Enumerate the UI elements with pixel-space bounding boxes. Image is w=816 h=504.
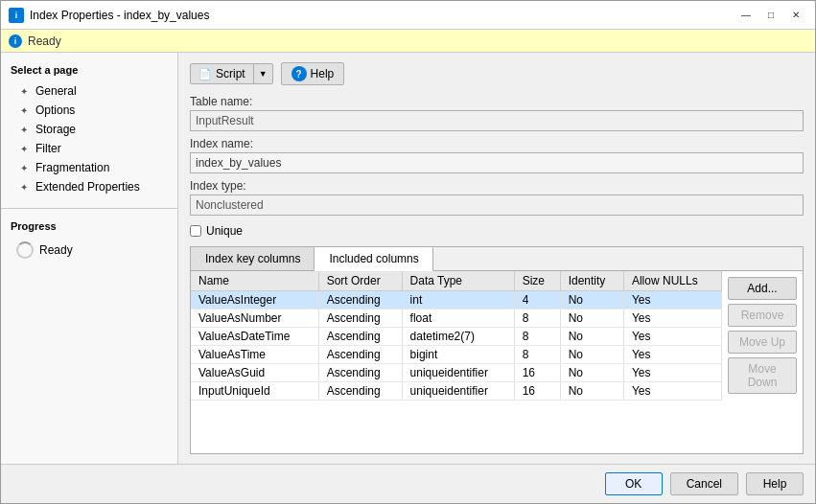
sidebar-item-storage-label: Storage [35,123,76,136]
sidebar-item-options-label: Options [35,103,75,117]
table-cell-3: 8 [514,328,560,346]
main-window: i Index Properties - index_by_values — □… [0,0,816,504]
extended-properties-icon: ✦ [20,182,32,193]
table-cell-5: Yes [623,382,721,401]
tab-included-columns[interactable]: Included columns [315,247,432,271]
index-type-label: Index type: [190,179,804,193]
sidebar-header: Select a page [1,60,177,81]
sidebar-item-options[interactable]: ✦ Options [1,101,177,120]
col-header-nulls: Allow NULLs [623,271,721,291]
table-wrapper: Name Sort Order Data Type Size Identity … [191,271,722,453]
table-cell-1: Ascending [318,382,402,401]
sidebar-item-storage[interactable]: ✦ Storage [1,120,177,139]
table-cell-2: int [402,291,514,309]
table-cell-4: No [560,291,623,309]
table-cell-4: No [560,364,623,382]
main-content: Select a page ✦ General ✦ Options ✦ Stor… [1,53,815,464]
progress-item: Ready [1,238,177,263]
table-cell-1: Ascending [318,291,402,309]
table-cell-0: ValueAsGuid [191,364,318,382]
table-cell-5: Yes [623,328,721,346]
table-row[interactable]: ValueAsIntegerAscendingint4NoYes [191,291,722,309]
help-button[interactable]: ? Help [281,62,345,85]
move-up-button[interactable]: Move Up [728,331,797,354]
footer: OK Cancel Help [1,464,815,503]
move-down-button[interactable]: Move Down [728,357,797,394]
table-cell-0: ValueAsDateTime [191,328,318,346]
table-name-input[interactable] [190,110,804,131]
table-cell-1: Ascending [318,309,402,328]
close-button[interactable]: ✕ [784,7,807,24]
table-cell-3: 4 [514,291,560,309]
col-header-name: Name [191,271,318,291]
cancel-button[interactable]: Cancel [670,472,738,495]
titlebar: i Index Properties - index_by_values — □… [1,1,815,30]
index-name-group: Index name: [190,137,804,173]
index-name-input[interactable] [190,152,804,173]
toolbar: 📄 Script ▼ ? Help [190,62,804,85]
table-row[interactable]: InputUniqueIdAscendinguniqueidentifier16… [191,382,722,401]
unique-checkbox-row: Unique [190,221,804,241]
table-row[interactable]: ValueAsNumberAscendingfloat8NoYes [191,309,722,328]
help-icon: ? [291,66,307,81]
general-icon: ✦ [20,86,32,97]
table-cell-3: 16 [514,364,560,382]
script-icon: 📄 [198,68,212,80]
sidebar-item-general[interactable]: ✦ General [1,81,177,101]
ok-button[interactable]: OK [605,472,663,495]
table-cell-0: ValueAsTime [191,346,318,364]
tab-index-key-columns[interactable]: Index key columns [191,247,315,270]
table-cell-5: Yes [623,346,721,364]
tabs-header: Index key columns Included columns [191,247,803,271]
tabs-container: Index key columns Included columns Name … [190,246,804,454]
sidebar-item-filter-label: Filter [35,142,61,155]
unique-label: Unique [206,224,243,238]
script-button[interactable]: 📄 Script [191,64,254,83]
unique-checkbox[interactable] [190,225,201,237]
sidebar-progress: Progress Ready [1,208,177,263]
sidebar-item-extended-properties[interactable]: ✦ Extended Properties [1,177,177,196]
table-cell-3: 8 [514,309,560,328]
progress-status: Ready [39,243,73,257]
col-header-size: Size [514,271,560,291]
table-cell-2: datetime2(7) [402,328,514,346]
add-button[interactable]: Add... [728,277,797,300]
index-name-label: Index name: [190,137,804,150]
maximize-button[interactable]: □ [759,7,782,24]
remove-button[interactable]: Remove [728,304,797,327]
filter-icon: ✦ [20,144,32,154]
table-cell-0: ValueAsNumber [191,309,318,328]
col-header-sort: Sort Order [318,271,402,291]
script-dropdown-arrow[interactable]: ▼ [254,66,272,81]
progress-header: Progress [1,217,177,238]
sidebar-item-fragmentation[interactable]: ✦ Fragmentation [1,158,177,177]
status-icon: i [9,34,22,48]
table-name-group: Table name: [190,95,804,131]
table-cell-3: 16 [514,382,560,401]
table-cell-2: uniqueidentifier [402,382,514,401]
table-cell-5: Yes [623,364,721,382]
minimize-button[interactable]: — [734,7,758,24]
sidebar: Select a page ✦ General ✦ Options ✦ Stor… [1,53,178,464]
titlebar-controls: — □ ✕ [734,7,807,24]
action-buttons: Add... Remove Move Up Move Down [722,271,803,453]
table-cell-0: ValueAsInteger [191,291,318,309]
storage-icon: ✦ [20,125,32,135]
fragmentation-icon: ✦ [20,163,32,173]
table-cell-5: Yes [623,309,721,328]
table-cell-0: InputUniqueId [191,382,318,401]
table-row[interactable]: ValueAsDateTimeAscendingdatetime2(7)8NoY… [191,328,722,346]
table-row[interactable]: ValueAsTimeAscendingbigint8NoYes [191,346,722,364]
titlebar-left: i Index Properties - index_by_values [9,8,209,23]
footer-help-button[interactable]: Help [746,472,804,495]
status-bar: i Ready [1,30,815,53]
table-name-label: Table name: [190,95,804,108]
app-icon: i [9,8,24,23]
script-dropdown[interactable]: 📄 Script ▼ [190,63,273,84]
script-label: Script [216,67,245,80]
table-cell-2: float [402,309,514,328]
index-type-group: Index type: [190,179,804,216]
table-cell-1: Ascending [318,328,402,346]
sidebar-item-filter[interactable]: ✦ Filter [1,139,177,158]
table-row[interactable]: ValueAsGuidAscendinguniqueidentifier16No… [191,364,722,382]
